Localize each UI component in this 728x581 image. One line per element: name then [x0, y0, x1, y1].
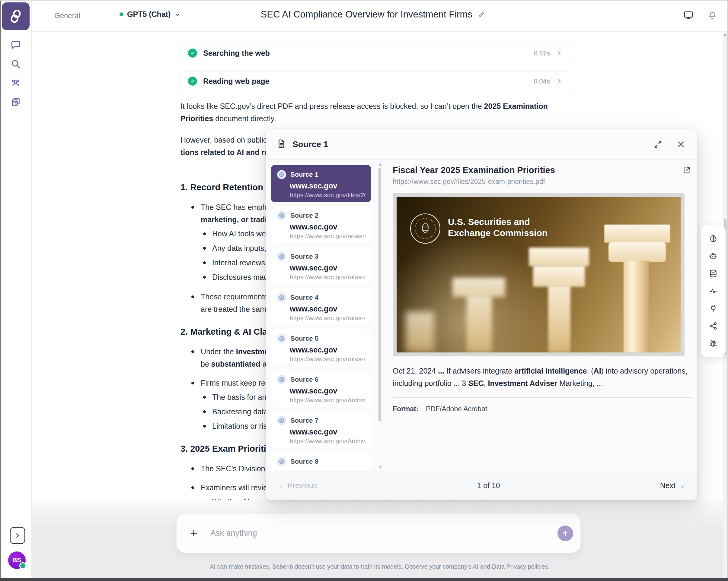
saberin-logo-icon [8, 8, 24, 24]
toolbar-integrations-button[interactable] [708, 303, 719, 314]
edit-pencil-icon[interactable] [478, 11, 485, 19]
format-value: PDF/Adobe Acrobat [426, 405, 487, 413]
online-status-dot [19, 562, 26, 569]
modal-footer: ← Previous 1 of 10 Next → [266, 471, 697, 500]
model-selector[interactable]: GPT5 (Chat) [120, 10, 181, 19]
arrow-up-icon [562, 529, 569, 537]
source-item-4[interactable]: Source 4 www.sec.gov https://www.sec.gov… [271, 288, 371, 325]
sec-favicon [277, 211, 286, 220]
modal-header: Source 1 [266, 129, 697, 160]
share-icon [709, 322, 718, 330]
chevron-right-icon [556, 78, 563, 84]
notifications-button[interactable] [706, 9, 718, 21]
user-avatar[interactable]: BS [8, 551, 26, 569]
sec-favicon [277, 334, 286, 343]
activity-pulse-icon [709, 286, 718, 296]
model-name: GPT5 (Chat) [127, 10, 171, 19]
chat-bubble-icon [10, 40, 21, 50]
search-icon [10, 59, 21, 69]
maximize-icon [654, 140, 662, 149]
chevron-right-icon [14, 532, 21, 539]
format-label: Format: [393, 405, 419, 413]
bug-icon [709, 339, 718, 348]
document-icon [277, 139, 286, 150]
step-label: Searching the web [203, 47, 270, 59]
source-item-5[interactable]: Source 5 www.sec.gov https://www.sec.gov… [271, 329, 371, 366]
toolbar-data-button[interactable] [708, 268, 719, 279]
open-external-button[interactable] [682, 165, 692, 175]
tool-step-reading-page[interactable]: Reading web page 0.04s [181, 71, 571, 91]
page-title: SEC AI Compliance Overview for Investmen… [261, 9, 472, 20]
sec-favicon [277, 416, 286, 425]
preview-snippet: Oct 21, 2024 ... If advisers integrate a… [393, 365, 692, 390]
sec-favicon [277, 252, 286, 261]
sec-seal-icon [409, 213, 441, 245]
source-list-scrollbar[interactable] [378, 163, 382, 469]
sidebar-item-agents[interactable] [10, 78, 21, 88]
answer-paragraph: It looks like SEC.gov’s direct PDF and p… [181, 100, 571, 125]
sidebar-item-library[interactable] [10, 96, 21, 107]
send-button[interactable] [557, 526, 573, 541]
step-label: Reading web page [203, 75, 269, 87]
message-composer[interactable]: + [176, 514, 581, 553]
preview-image-frame: U.S. Securities and Exchange Commission [393, 193, 684, 356]
source-item-6[interactable]: Source 6 www.sec.gov https://www.sec.gov… [271, 370, 371, 407]
source-item-1[interactable]: Source 1 www.sec.gov https://www.sec.gov… [271, 165, 371, 202]
source-item-2[interactable]: Source 2 www.sec.gov https://www.sec.gov… [271, 206, 371, 243]
toolbar-share-button[interactable] [708, 321, 719, 331]
sec-banner-title: U.S. Securities and Exchange Commission [448, 216, 547, 239]
bell-icon [707, 10, 718, 20]
scrollbar-thumb[interactable] [379, 168, 381, 421]
sidebar-item-chats[interactable] [10, 39, 21, 50]
robot-icon [709, 251, 718, 260]
plug-icon [709, 304, 718, 313]
right-toolbar [701, 225, 726, 357]
next-source-button[interactable]: Next → [660, 481, 685, 490]
preview-divider [393, 397, 692, 398]
users-group-icon [10, 78, 21, 88]
clipboard-copy-icon [10, 97, 21, 107]
modal-title: Source 1 [292, 140, 328, 149]
step-duration: 0.67s [534, 47, 550, 59]
chat-input[interactable] [210, 528, 557, 538]
sec-banner-image: U.S. Securities and Exchange Commission [397, 197, 681, 353]
sidebar: BS [0, 0, 32, 581]
sec-favicon [277, 170, 286, 179]
page-indicator: 1 of 10 [317, 481, 660, 490]
screen-share-button[interactable] [682, 9, 695, 21]
sec-favicon [277, 457, 286, 466]
brain-icon [709, 234, 718, 243]
source-item-8[interactable]: Source 8 www.sec.gov [271, 452, 371, 471]
expand-modal-button[interactable] [653, 139, 664, 150]
scroll-down-arrow[interactable] [379, 466, 382, 469]
model-status-dot [120, 12, 124, 16]
source-item-7[interactable]: Source 7 www.sec.gov https://www.sec.gov… [271, 411, 371, 448]
top-header: General GPT5 (Chat) SEC AI Compliance Ov… [31, 0, 728, 32]
sources-modal: Source 1 Source 1 www.sec.gov [266, 129, 697, 500]
database-icon [709, 269, 718, 278]
check-circle-icon [188, 49, 197, 58]
sidebar-item-search[interactable] [10, 58, 21, 70]
previous-source-button[interactable]: ← Previous [278, 481, 317, 490]
scroll-up-arrow[interactable] [724, 33, 727, 36]
monitor-icon [683, 10, 694, 20]
tool-step-searching-web[interactable]: Searching the web 0.67s [181, 43, 571, 63]
attach-plus-icon[interactable]: + [189, 528, 199, 538]
close-icon [677, 140, 685, 149]
toolbar-ai-brain-button[interactable] [708, 233, 719, 244]
brand-logo[interactable] [2, 2, 30, 30]
toolbar-agent-button[interactable] [708, 251, 719, 261]
preview-url[interactable]: https://www.sec.gov/files/2025-exam-prio… [393, 177, 697, 186]
scroll-up-arrow[interactable] [379, 163, 382, 166]
expand-sidebar-button[interactable] [10, 527, 25, 544]
toolbar-activity-button[interactable] [708, 285, 719, 296]
sec-favicon [277, 293, 286, 302]
close-modal-button[interactable] [675, 139, 686, 150]
preview-format-row: Format: PDF/Adobe Acrobat [393, 405, 697, 413]
sec-favicon [277, 375, 286, 384]
disclaimer-text: AI can make mistakes. Saberin doesn’t us… [31, 563, 728, 570]
source-item-3[interactable]: Source 3 www.sec.gov https://www.sec.gov… [271, 247, 371, 284]
toolbar-debug-button[interactable] [708, 338, 719, 349]
preview-title: Fiscal Year 2025 Examination Priorities [393, 165, 555, 175]
app-window: BS General GPT5 (Chat) SEC AI Compliance… [0, 0, 728, 581]
